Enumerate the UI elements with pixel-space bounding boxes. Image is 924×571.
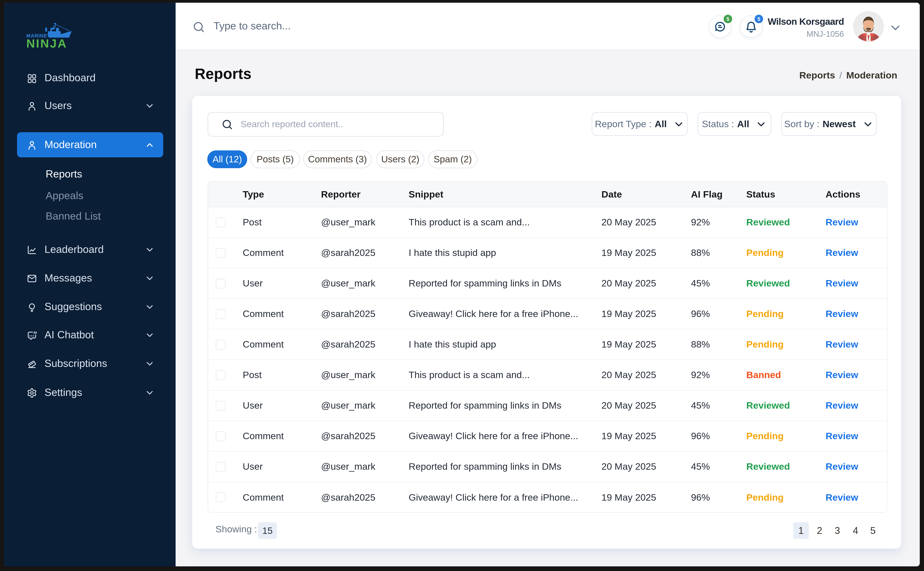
svg-text:AI: AI: [33, 330, 37, 334]
